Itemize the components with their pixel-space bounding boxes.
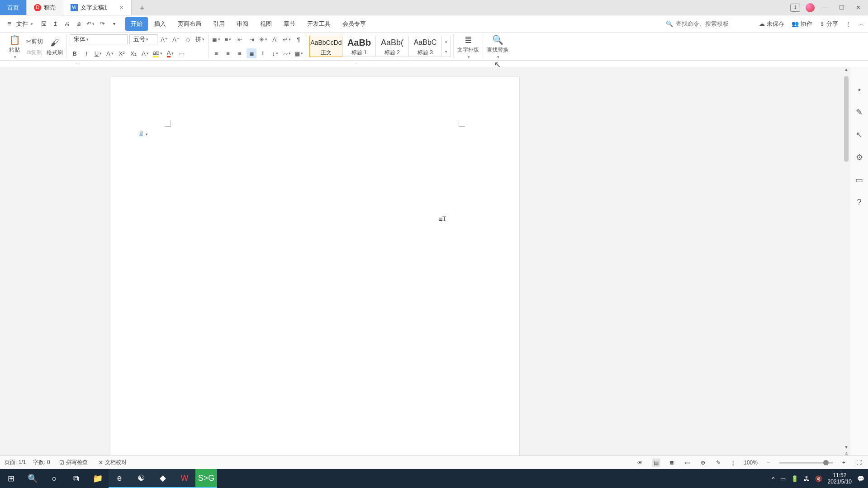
zoom-slider[interactable] [779, 462, 833, 464]
phonetic-guide-button[interactable]: 拼 [194, 34, 205, 44]
ribbon-tab-view[interactable]: 视图 [255, 17, 277, 31]
page-options-icon[interactable]: 🗎 [138, 129, 148, 137]
scroll-up-button[interactable]: ▲ [843, 67, 850, 74]
distribute-button[interactable]: ⫴ [258, 48, 268, 58]
view-page-button[interactable]: ▤ [652, 459, 660, 467]
more-menu-button[interactable]: ⋮ [845, 20, 851, 27]
shrink-font-button[interactable]: A⁻ [171, 34, 181, 44]
tray-expand-icon[interactable]: ^ [772, 475, 775, 482]
scroll-track[interactable] [844, 74, 849, 449]
subscript-button[interactable]: X₂ [128, 48, 138, 58]
zoom-in-button[interactable]: + [840, 459, 847, 467]
taskbar-search-button[interactable]: 🔍 [22, 469, 43, 488]
rail-edit-icon[interactable]: ✎ [856, 107, 863, 117]
underline-button[interactable]: U [93, 48, 103, 58]
highlight-button[interactable]: ab [152, 48, 163, 58]
ribbon-tab-insert[interactable]: 插入 [149, 17, 171, 31]
align-center-button[interactable]: ≡ [223, 48, 233, 58]
window-count-badge[interactable]: 1 [790, 4, 800, 12]
shading-button[interactable]: ▱ [282, 48, 292, 58]
tab-document[interactable]: W 文字文稿1 ✕ [63, 0, 132, 15]
tray-battery-icon[interactable]: 🔋 [791, 475, 798, 482]
view-read-button[interactable]: ▭ [683, 459, 692, 467]
start-button[interactable]: ⊞ [0, 469, 22, 488]
taskbar-clock[interactable]: 11:52 2021/5/10 [828, 472, 852, 485]
document-workspace[interactable]: 🗎 ≡Ꮖ [0, 67, 843, 471]
window-maximize-button[interactable]: ☐ [836, 4, 847, 11]
ribbon-tab-references[interactable]: 引用 [208, 17, 230, 31]
scroll-thumb[interactable] [844, 76, 849, 162]
ribbon-tab-start[interactable]: 开始 [125, 17, 148, 31]
scroll-down-button[interactable]: ▼ [843, 445, 850, 452]
find-replace-button[interactable]: 🔍查找替换 [486, 34, 509, 59]
text-direction-button[interactable]: Al [270, 34, 280, 44]
taskbar-explorer-icon[interactable]: 📁 [87, 469, 109, 488]
zoom-fit-button[interactable]: ▯ [730, 459, 736, 467]
rail-help-icon[interactable]: ? [857, 198, 861, 207]
rail-tools-icon[interactable]: ▭ [855, 175, 863, 185]
taskbar-edge-icon[interactable]: e [109, 469, 130, 488]
border-button[interactable]: ▦ [294, 48, 304, 58]
number-list-button[interactable]: ≡ [223, 34, 233, 44]
bullet-list-button[interactable]: ≣ [211, 34, 221, 44]
align-justify-button[interactable]: ≣ [247, 48, 256, 58]
taskbar-terminal-icon[interactable]: S>G [195, 469, 217, 488]
zoom-out-button[interactable]: − [765, 459, 772, 467]
align-left-button[interactable]: ≡ [211, 48, 221, 58]
tab-home[interactable]: 首页 [0, 0, 27, 15]
status-word-count[interactable]: 字数: 0 [33, 459, 50, 466]
undo-button[interactable]: ↶ [85, 19, 95, 29]
text-layout-button[interactable]: ≣文字排版 [456, 34, 480, 59]
line-break-button[interactable]: ↩ [282, 34, 292, 44]
document-page[interactable]: 🗎 ≡Ꮖ [110, 77, 519, 471]
command-search[interactable]: 🔍 [666, 20, 748, 27]
unsaved-button[interactable]: ☁ 未保存 [759, 20, 784, 28]
line-spacing-button[interactable]: ↕ [270, 48, 280, 58]
save-icon[interactable]: 🖫 [38, 19, 48, 29]
grow-font-button[interactable]: A⁺ [159, 34, 169, 44]
eye-protect-button[interactable]: 👁 [636, 459, 645, 467]
command-search-input[interactable] [676, 20, 748, 27]
taskview-button[interactable]: ⧉ [65, 469, 87, 488]
align-right-button[interactable]: ≡ [235, 48, 245, 58]
rail-settings-icon[interactable]: ⚙ [856, 152, 863, 162]
tray-volume-icon[interactable]: 🔇 [815, 475, 822, 482]
ribbon-tab-page-layout[interactable]: 页面布局 [172, 17, 207, 31]
show-marks-button[interactable]: ¶ [294, 34, 304, 44]
bold-button[interactable]: B [70, 48, 80, 58]
taskbar-app2-icon[interactable]: ◆ [152, 469, 174, 488]
decrease-indent-button[interactable]: ⇤ [235, 34, 245, 44]
tab-close-icon[interactable]: ✕ [119, 4, 124, 11]
increase-indent-button[interactable]: ⇥ [247, 34, 256, 44]
ribbon-tab-section[interactable]: 章节 [278, 17, 301, 31]
strike-button[interactable]: A̶ [105, 48, 115, 58]
view-outline-button[interactable]: ≣ [668, 459, 676, 467]
style-item-normal[interactable]: AaBbCcDd 正文 [309, 36, 343, 57]
share-button[interactable]: ⇪ 分享 [820, 20, 838, 28]
paste-button[interactable]: 📋粘贴 [5, 34, 24, 59]
cut-button[interactable]: ✂ 剪切 [25, 37, 44, 47]
vertical-scrollbar[interactable]: ▲ ▼ ≙ ○ ≚ [843, 67, 850, 471]
style-item-heading3[interactable]: AaBbC 标题 3 [408, 36, 442, 57]
collab-button[interactable]: 👥 协作 [792, 20, 812, 28]
ribbon-tab-review[interactable]: 审阅 [231, 17, 254, 31]
format-painter-button[interactable]: 🖌格式刷 [46, 38, 64, 57]
spellcheck-button[interactable]: ☑ 拼写检查 [57, 458, 90, 467]
ribbon-tab-member[interactable]: 会员专享 [337, 17, 371, 31]
tray-ime-icon[interactable]: ▭ [780, 475, 786, 482]
asian-layout-button[interactable]: ✳ [258, 34, 268, 44]
status-page[interactable]: 页面: 1/1 [5, 459, 26, 466]
superscript-button[interactable]: X² [117, 48, 127, 58]
font-family-select[interactable]: 宋体 [70, 34, 128, 44]
style-gallery-more-button[interactable]: ▴▾ [441, 36, 451, 57]
view-web-button[interactable]: ⊕ [699, 459, 707, 467]
cortana-button[interactable]: ○ [43, 469, 65, 488]
export-icon[interactable]: ↥ [50, 19, 60, 29]
copy-button[interactable]: ⧉ 复制 [25, 47, 44, 57]
fullscreen-button[interactable]: ⛶ [854, 459, 863, 467]
print-icon[interactable]: 🖨 [62, 19, 72, 29]
collapse-ribbon-button[interactable]: ︿ [859, 20, 864, 28]
tab-docao[interactable]: D 稻壳 [27, 0, 63, 15]
redo-button[interactable]: ↷ [97, 19, 107, 29]
tab-add-button[interactable]: ＋ [132, 0, 152, 15]
